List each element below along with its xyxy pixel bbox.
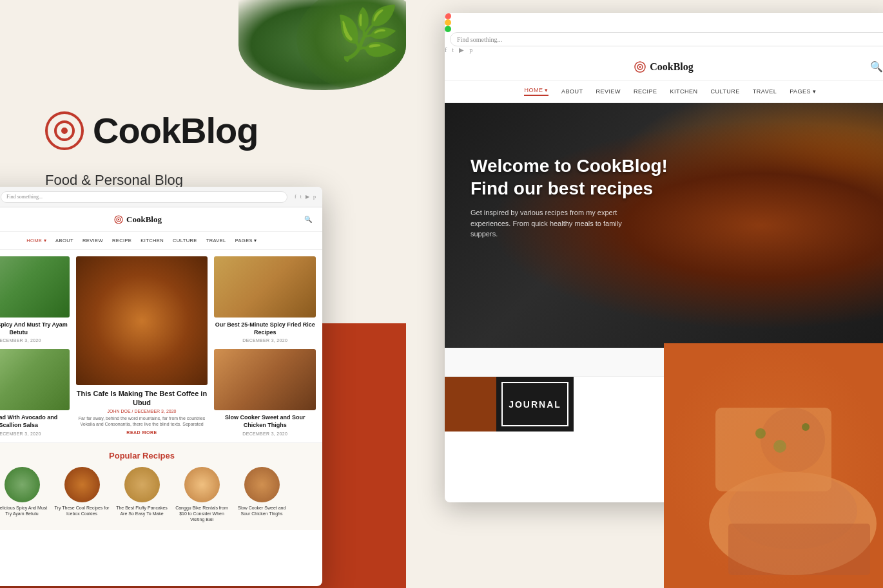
card-chicken-date: DECEMBER 3, 2020 [214, 432, 316, 436]
card-flatbread-title: Flatbread With Avocado and Scallion Sals… [0, 414, 70, 429]
hero-title: Welcome to CookBlog! Find our best recip… [471, 155, 668, 200]
front-browser: Find something... f t ▶ p CookBlog 🔍 HOM… [0, 187, 322, 586]
card-ayam-title: Delicious Spicy And Must Try Ayam Betutu [0, 321, 70, 336]
svg-point-20 [755, 428, 766, 439]
back-nav-recipe[interactable]: RECIPE [634, 88, 657, 95]
hero-subtitle: Get inspired by various recipes from my … [471, 207, 638, 240]
popular-title: Popular Recipes [0, 451, 316, 460]
recipe-item-3: The Best Fluffy Pancakes Are So Easy To … [115, 467, 170, 522]
back-browser-bar: Find something... f t ▶ p [445, 13, 883, 53]
front-nav-review[interactable]: REVIEW [82, 238, 103, 243]
card-ayam-date: DECEMBER 3, 2020 [0, 338, 70, 343]
front-pi-icon: p [313, 194, 316, 200]
cookblog-logo-icon [45, 111, 84, 150]
recipe-item-1: Delicious Spicy And Must Try Ayam Betutu [0, 467, 50, 522]
recipe-item-5: Slow Cooker Sweet and Sour Chicken Thigh… [235, 467, 289, 522]
svg-point-18 [761, 408, 825, 472]
window-close-dot [445, 13, 451, 19]
back-header-logo: CookBlog [634, 61, 694, 73]
recipes-row: Delicious Spicy And Must Try Ayam Betutu… [0, 467, 316, 522]
front-logo: CookBlog [114, 214, 162, 225]
front-nav-travel[interactable]: TRAVEL [206, 238, 226, 243]
brand-name: CookBlog [93, 109, 258, 151]
back-nav-culture[interactable]: CULTURE [711, 88, 740, 95]
front-search-icon[interactable]: 🔍 [304, 216, 312, 223]
front-nav-pages[interactable]: PAGES ▾ [235, 238, 257, 243]
recipe-circle-2 [64, 467, 100, 502]
center-column: This Cafe Is Making The Best Coffee in U… [76, 256, 208, 436]
card-flatbread-image [0, 349, 70, 410]
front-url-bar: Find something... [1, 191, 287, 203]
card-cafe-image [76, 256, 208, 385]
journal-label-text: JOURNAL [509, 399, 561, 410]
left-column: Delicious Spicy And Must Try Ayam Betutu… [0, 256, 70, 436]
recipe-circle-4 [184, 467, 220, 502]
card-chicken-title: Slow Cooker Sweet and Sour Chicken Thigh… [214, 414, 316, 429]
back-hero: Welcome to CookBlog! Find our best recip… [445, 103, 883, 348]
recipe-item-2: Try These Cool Recipes for Icebox Cookie… [55, 467, 110, 522]
front-social: f t ▶ p [295, 194, 316, 200]
svg-rect-17 [715, 408, 831, 491]
facebook-icon: f [445, 46, 447, 53]
card-cafe-read-more[interactable]: READ MORE [76, 430, 208, 435]
front-nav-recipe[interactable]: RECIPE [112, 238, 131, 243]
front-fb-icon: f [295, 194, 296, 200]
brand-logo: CookBlog [45, 109, 258, 151]
hero-title-line2: Find our best recipes [471, 177, 668, 200]
card-flatbread-date: DECEMBER 3, 2020 [0, 432, 70, 436]
svg-point-13 [118, 218, 119, 220]
svg-point-22 [773, 440, 786, 453]
back-social-icons: f t ▶ p [445, 46, 883, 53]
svg-point-2 [61, 128, 68, 134]
recipe-item-4: Canggu Bike Rentals from $10 to Consider… [175, 467, 229, 522]
card-cafe: This Cafe Is Making The Best Coffee in U… [76, 256, 208, 435]
front-nav-home[interactable]: HOME ▾ [26, 238, 46, 243]
recipe-circle-5 [244, 467, 280, 502]
back-nav-home[interactable]: HOME ▾ [524, 87, 548, 96]
front-header: CookBlog 🔍 [0, 207, 322, 232]
card-cafe-excerpt: Far far away, behind the word mountains,… [76, 415, 208, 428]
back-nav-travel[interactable]: TRAVEL [753, 88, 777, 95]
front-nav: HOME ▾ ABOUT REVIEW RECIPE KITCHEN CULTU… [0, 232, 322, 250]
front-logo-text: CookBlog [126, 214, 162, 225]
back-nav-about[interactable]: ABOUT [561, 88, 583, 95]
hero-text: Welcome to CookBlog! Find our best recip… [471, 155, 668, 240]
back-nav-review[interactable]: REVIEW [596, 88, 621, 95]
card-rice-date: DECEMBER 3, 2020 [214, 338, 316, 343]
youtube-icon: ▶ [459, 46, 464, 53]
back-logo-text: CookBlog [650, 61, 694, 73]
right-column: Our Best 25-Minute Spicy Fried Rice Reci… [214, 256, 316, 436]
card-rice-title: Our Best 25-Minute Spicy Fried Rice Reci… [214, 321, 316, 336]
card-rice-image [214, 256, 316, 318]
pinterest-icon: p [469, 46, 472, 53]
back-nav-kitchen[interactable]: KITCHEN [670, 88, 698, 95]
hero-title-line1: Welcome to CookBlog! [471, 155, 668, 177]
front-yt-icon: ▶ [306, 194, 309, 200]
card-cafe-title: This Cafe Is Making The Best Coffee in U… [76, 389, 208, 408]
card-chicken: Slow Cooker Sweet and Sour Chicken Thigh… [214, 349, 316, 435]
food-side-image [664, 343, 883, 588]
plant-decoration [238, 0, 406, 90]
popular-recipes: Popular Recipes Delicious Spicy And Must… [0, 442, 322, 530]
front-nav-culture[interactable]: CULTURE [173, 238, 197, 243]
card-flatbread: Flatbread With Avocado and Scallion Sals… [0, 349, 70, 435]
front-nav-about[interactable]: ABOUT [55, 238, 73, 243]
recipe-name-1: Delicious Spicy And Must Try Ayam Betutu [0, 505, 50, 517]
back-nav-pages[interactable]: PAGES ▾ [790, 88, 816, 95]
search-text: Find something... [457, 36, 502, 43]
card-ayam: Delicious Spicy And Must Try Ayam Betutu… [0, 256, 70, 343]
front-browser-bar: Find something... f t ▶ p [0, 187, 322, 207]
recipe-name-3: The Best Fluffy Pancakes Are So Easy To … [115, 505, 170, 517]
svg-point-21 [802, 423, 810, 431]
recipe-name-5: Slow Cooker Sweet and Sour Chicken Thigh… [235, 505, 289, 517]
card-chicken-image [214, 349, 316, 410]
front-tw-icon: t [300, 194, 302, 200]
front-nav-kitchen[interactable]: KITCHEN [141, 238, 164, 243]
card-rice: Our Best 25-Minute Spicy Fried Rice Reci… [214, 256, 316, 343]
journal-thumb [445, 377, 496, 432]
svg-point-15 [709, 472, 877, 575]
front-search-text: Find something... [6, 194, 43, 200]
svg-point-10 [639, 66, 641, 68]
recipe-circle-3 [124, 467, 160, 502]
card-cafe-author: JOHN DOE / DECEMBER 3, 2020 [76, 409, 208, 413]
